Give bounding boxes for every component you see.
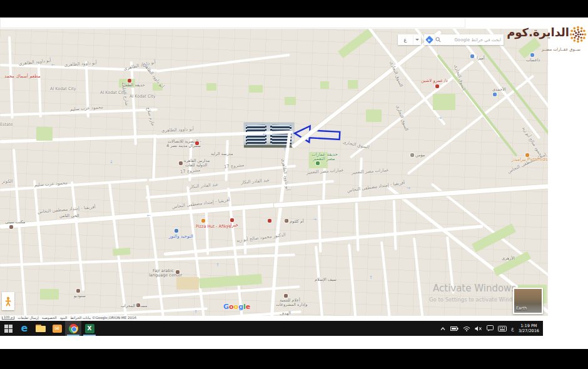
- map-park: [493, 251, 531, 276]
- map-label: وإدارة المشروعات: [276, 303, 307, 307]
- map-road: [318, 205, 322, 253]
- desktop-content: أبو داوود الظاهرىأبو داوود الظاهرىأبو دا…: [0, 18, 588, 349]
- action-center-icon[interactable]: [487, 325, 494, 331]
- gray-poi-icon: [410, 153, 414, 157]
- map-road: [143, 285, 300, 299]
- language-selector-value: ع: [398, 35, 413, 44]
- start-button[interactable]: [0, 321, 16, 336]
- google-letter: G: [223, 303, 229, 311]
- cart-poi-icon: [470, 54, 474, 58]
- cart-poi-icon: [530, 53, 534, 57]
- directions-button[interactable]: [424, 34, 435, 45]
- site-logo-title: الدايرة.كوم: [507, 27, 569, 38]
- battery-icon[interactable]: [450, 326, 459, 331]
- traffic-arrow-icon: ←: [147, 214, 151, 218]
- touch-keyboard-icon[interactable]: [498, 326, 507, 331]
- brown-poi-icon: [9, 225, 13, 229]
- map-label: Al Kodat City: [129, 94, 156, 99]
- map-label: خيرات: [226, 223, 238, 228]
- site-logo-dots-icon: [569, 24, 587, 44]
- google-letter: o: [229, 303, 234, 311]
- map-park: [249, 85, 263, 93]
- footer-link[interactable]: البنود: [59, 316, 67, 320]
- map-label: مصر التعمير: [313, 157, 335, 161]
- map-label: الأزهرى: [502, 256, 515, 261]
- map-label: أبو داوود الظاهرى: [161, 127, 194, 133]
- map-label: الأحمدى: [492, 88, 506, 92]
- map-label: مكتب سيتى: [5, 220, 25, 225]
- taskbar-mail-button[interactable]: ✉: [49, 321, 65, 336]
- search-input[interactable]: [441, 34, 504, 45]
- traffic-arrow-icon: ↑: [369, 276, 373, 280]
- traffic-arrow-icon: →: [313, 218, 317, 222]
- map-road: [38, 63, 42, 118]
- pegman-icon: [4, 296, 12, 306]
- chevron-down-icon: [413, 39, 421, 41]
- taskbar-clock[interactable]: 1:19 PM 3/27/2016: [519, 323, 539, 333]
- google-maps-logo: Google: [223, 303, 250, 311]
- windows-logo-icon: [4, 325, 13, 333]
- blue-poi-icon: [175, 229, 178, 233]
- red-poi-icon: [435, 84, 439, 88]
- site-logo-subtitle: ســوق عقــارات مصــر: [542, 47, 580, 52]
- traffic-arrow-icon: ←: [51, 63, 55, 68]
- volume-muted-icon[interactable]: [475, 326, 482, 331]
- clock-time: 1:19 PM: [519, 323, 539, 328]
- footer-link[interactable]: إرسال تعليقات: [18, 316, 39, 320]
- chevron-up-icon[interactable]: [440, 326, 446, 331]
- map-label: الهدف: [280, 311, 291, 316]
- map-park: [199, 274, 262, 288]
- taskbar-excel-button[interactable]: X: [81, 321, 98, 336]
- directions-icon: [425, 36, 433, 44]
- map-park: [40, 289, 59, 300]
- map-road: [13, 149, 27, 316]
- map-park: [338, 29, 373, 58]
- red-poi-icon: [230, 218, 234, 222]
- map-label: عمارات مصر التعمير: [352, 168, 389, 175]
- mosque-poi-icon: ☾: [136, 303, 140, 307]
- tray-language-indicator[interactable]: ع: [511, 326, 514, 331]
- traffic-arrow-icon: ↑: [194, 310, 198, 315]
- wifi-icon[interactable]: [463, 326, 470, 331]
- map-road: [393, 200, 397, 250]
- pegman-control[interactable]: [2, 292, 14, 310]
- map-attribution-footer[interactable]: 100 مإرسال تعليقاتالخصوصيةالبنودبيانات ا…: [0, 315, 133, 321]
- map-label: مؤمن: [415, 153, 425, 158]
- map-road: [355, 203, 359, 251]
- map-canvas[interactable]: أبو داوود الظاهرىأبو داوود الظاهرىأبو دا…: [0, 29, 548, 316]
- earth-view-button[interactable]: Earth: [513, 288, 543, 314]
- windows-taskbar: e ✉ X: [0, 321, 543, 336]
- map-road: [291, 30, 442, 148]
- google-letter: g: [238, 303, 243, 311]
- mosque-poi-icon: ☾: [285, 219, 288, 223]
- map-road: [380, 241, 392, 316]
- map-label: حديقة الطفل: [123, 83, 144, 88]
- map-label: بيراميدز Pyramids: [512, 158, 547, 162]
- excel-icon: X: [85, 324, 94, 333]
- taskbar-edge-button[interactable]: e: [16, 321, 33, 336]
- map-road: [71, 181, 84, 291]
- map-label: داعساب: [526, 58, 540, 63]
- taskbar-file-explorer-button[interactable]: [33, 321, 49, 336]
- map-label: Al Kodat City: [50, 87, 76, 91]
- edge-icon: e: [21, 323, 28, 333]
- footer-link[interactable]: بيانات الخرائط ©Google,ORION-ME 2016: [70, 316, 136, 320]
- food-poi-icon: [525, 153, 529, 157]
- footer-link[interactable]: الخصوصية: [42, 316, 57, 320]
- map-road: [0, 254, 295, 266]
- traffic-arrow-icon: ←: [263, 133, 266, 137]
- map-label: التوحيد والنور: [169, 235, 193, 239]
- map-road: [348, 244, 357, 316]
- map-road: [146, 180, 334, 199]
- folder-icon: [36, 325, 46, 332]
- taskbar-chrome-button[interactable]: [65, 321, 81, 336]
- map-road: [56, 307, 208, 316]
- map-road: [156, 54, 290, 73]
- map-label: مسجد المحراب: [121, 304, 147, 308]
- maps-search-bar[interactable]: [424, 34, 504, 45]
- map-label: عبد القادر البكار: [190, 183, 219, 190]
- map-label: Estate: [0, 123, 13, 127]
- map-label: Al Kodat City: [100, 91, 126, 95]
- language-selector[interactable]: ع: [398, 34, 421, 45]
- traffic-arrow-icon: ↑: [216, 263, 220, 268]
